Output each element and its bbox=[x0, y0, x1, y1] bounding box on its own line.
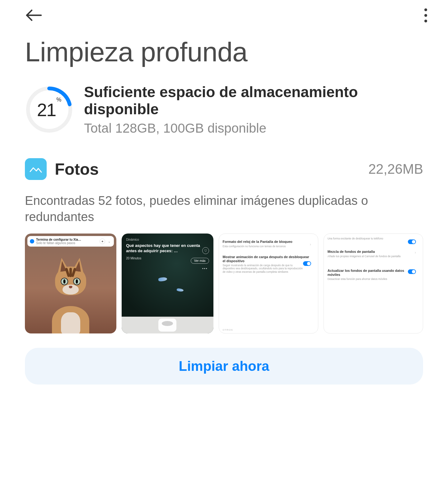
toilet-roll-icon bbox=[158, 319, 176, 332]
photo-thumbnails: Termina de configurar tu Xia… Solo te fa… bbox=[0, 234, 448, 333]
storage-percent-unit: % bbox=[56, 97, 61, 103]
clean-now-label: Limpiar ahora bbox=[179, 358, 269, 374]
cat-image bbox=[25, 246, 116, 333]
toggle-on-icon bbox=[408, 269, 416, 274]
arrow-left-icon bbox=[26, 9, 42, 22]
notification-card: Termina de configurar tu Xia… Solo te fa… bbox=[27, 236, 114, 247]
setting-title: Actualizar los fondos de pantalla usando… bbox=[328, 269, 419, 277]
setting-sub: Desactivar esta función para ahorrar dat… bbox=[328, 277, 419, 281]
more-dots-icon: ••• bbox=[202, 267, 208, 270]
thumbnail-2[interactable]: Dinámico Qué aspectos hay que tener en c… bbox=[122, 234, 213, 333]
more-icon bbox=[424, 8, 427, 11]
thumbnail-1[interactable]: Termina de configurar tu Xia… Solo te fa… bbox=[25, 234, 116, 333]
ver-mas-button: Ver más bbox=[191, 258, 209, 264]
setting-sub: Añade tus propias imágenes al Carrusel d… bbox=[328, 255, 419, 258]
article-headline: Qué aspectos hay que tener en cuenta ant… bbox=[126, 243, 209, 253]
photos-icon bbox=[25, 158, 47, 180]
toggle-on-icon bbox=[408, 239, 416, 244]
storage-subtext: Total 128GB, 100GB disponible bbox=[84, 121, 423, 136]
page-title: Limpieza profunda bbox=[0, 25, 448, 77]
top-bar bbox=[0, 0, 448, 25]
notif-sub: Solo te faltan algunos pasos bbox=[36, 241, 98, 245]
storage-summary: 21 % Suficiente espacio de almacenamient… bbox=[0, 77, 448, 136]
notif-title: Termina de configurar tu Xia… bbox=[36, 238, 98, 241]
section-label: OTROS bbox=[223, 328, 233, 331]
wand-icon: ✦ bbox=[100, 238, 105, 244]
heart-icon: ♡ bbox=[202, 247, 209, 254]
setting-title: Mostrar animación de carga después de de… bbox=[223, 255, 314, 263]
clean-now-button[interactable]: Limpiar ahora bbox=[25, 348, 423, 385]
back-button[interactable] bbox=[25, 7, 42, 24]
more-button[interactable] bbox=[418, 7, 433, 24]
article-tag: Dinámico bbox=[126, 238, 209, 241]
storage-percent-value: 21 bbox=[37, 99, 56, 120]
setting-sub: Seguir mostrando la animación de carga d… bbox=[223, 264, 314, 273]
thumbnail-4[interactable]: Una forma excitante de desbloquear tu te… bbox=[324, 234, 423, 333]
photos-section-title: Fotos bbox=[55, 160, 360, 178]
toggle-on-icon bbox=[303, 261, 311, 266]
chevron-down-icon: ⌄ bbox=[107, 239, 111, 243]
app-icon bbox=[30, 239, 34, 243]
photos-section-header[interactable]: Fotos 22,26MB bbox=[0, 136, 448, 186]
photos-section-description: Encontradas 52 fotos, puedes eliminar im… bbox=[0, 186, 448, 234]
bottom-strip bbox=[122, 317, 213, 333]
setting-sub: Esta configuración no funciona con temas… bbox=[223, 245, 314, 248]
storage-heading: Suficiente espacio de almacenamiento dis… bbox=[84, 83, 423, 118]
setting-title: Mezcla de fondos de pantalla bbox=[328, 250, 419, 254]
photos-section-size: 22,26MB bbox=[368, 161, 423, 177]
chevron-right-icon: › bbox=[310, 242, 311, 247]
chevron-right-icon: › bbox=[415, 250, 416, 255]
setting-sub: Una forma excitante de desbloquear tu te… bbox=[328, 237, 419, 240]
thumbnail-3[interactable]: Formato del reloj de la Pantalla de bloq… bbox=[219, 234, 318, 333]
storage-ring: 21 % bbox=[25, 85, 73, 134]
setting-title: Formato del reloj de la Pantalla de bloq… bbox=[223, 240, 314, 244]
